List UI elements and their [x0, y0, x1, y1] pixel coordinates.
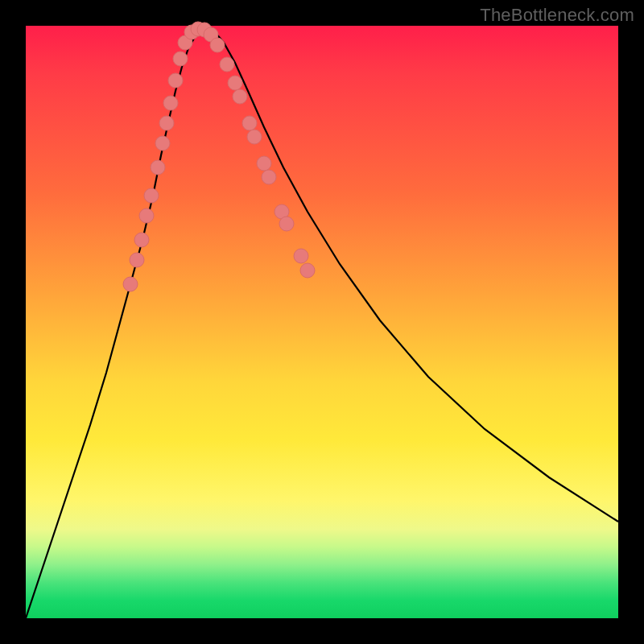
- curve-marker: [139, 208, 154, 223]
- curve-marker: [300, 263, 315, 278]
- curve-marker: [155, 136, 170, 151]
- curve-marker: [173, 52, 188, 66]
- curve-marker: [220, 57, 234, 72]
- curve-marker: [123, 277, 138, 291]
- curve-marker: [262, 170, 276, 184]
- curve-marker: [210, 38, 225, 52]
- curve-marker: [247, 130, 262, 144]
- chart-frame: TheBottleneck.com: [0, 0, 644, 644]
- curve-marker: [151, 160, 165, 175]
- curve-marker: [294, 249, 308, 263]
- curve-marker: [134, 233, 149, 247]
- curve-marker: [130, 253, 144, 267]
- curve-marker: [163, 96, 178, 110]
- curve-marker: [159, 116, 174, 130]
- curve-marker: [242, 116, 257, 130]
- curve-marker: [228, 76, 242, 90]
- curve-marker: [168, 73, 183, 88]
- curve-marker: [257, 156, 271, 171]
- bottleneck-curve-svg: [26, 26, 618, 618]
- plot-area: [26, 26, 618, 618]
- curve-marker: [144, 188, 159, 203]
- bottleneck-curve-path: [26, 29, 618, 618]
- curve-marker: [279, 217, 294, 231]
- watermark-text: TheBottleneck.com: [480, 5, 634, 26]
- curve-markers: [123, 22, 315, 291]
- curve-marker: [233, 89, 247, 104]
